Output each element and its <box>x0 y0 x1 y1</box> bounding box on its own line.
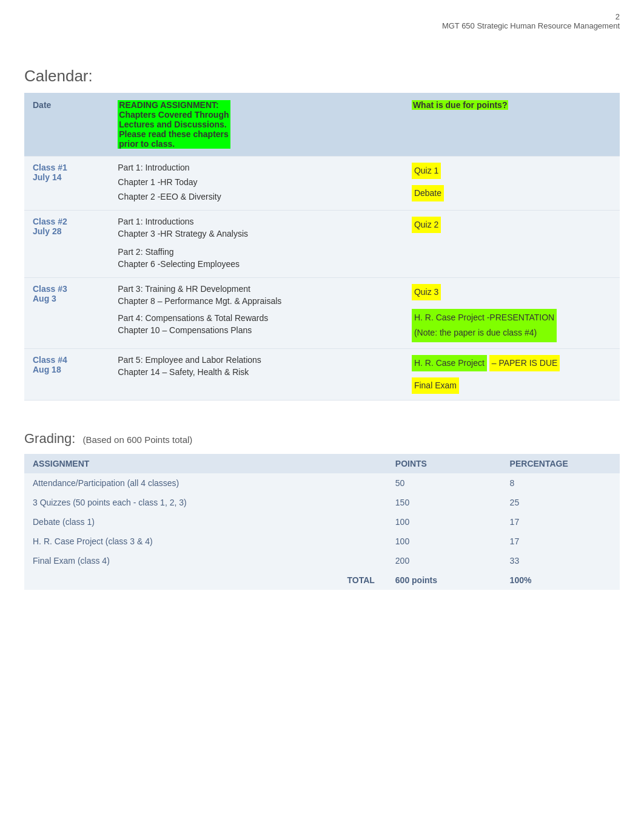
page-number: 2 <box>24 12 620 21</box>
grading-row-quizzes: 3 Quizzes (50 points each - class 1, 2, … <box>24 493 620 512</box>
due-column-header: What is due for points? <box>403 93 620 157</box>
class1-due: Quiz 1 Debate <box>403 157 620 211</box>
class2-due: Quiz 2 <box>403 211 620 278</box>
class1-date: Class #1July 14 <box>24 157 109 211</box>
assignment-header: ASSIGNMENT <box>24 454 387 473</box>
class2-date: Class #2July 28 <box>24 211 109 278</box>
class4-reading: Part 5: Employee and Labor Relations Cha… <box>109 348 403 400</box>
quizzes-assignment: 3 Quizzes (50 points each - class 1, 2, … <box>24 493 387 512</box>
grading-row-debate: Debate (class 1) 100 17 <box>24 512 620 532</box>
grading-row-finalexam: Final Exam (class 4) 200 33 <box>24 551 620 570</box>
debate-assignment: Debate (class 1) <box>24 512 387 532</box>
case-assignment: H. R. Case Project (class 3 & 4) <box>24 532 387 551</box>
case-project-badge: H. R. Case Project <box>412 355 487 371</box>
calendar-row-class2: Class #2July 28 Part 1: Introductions Ch… <box>24 211 620 278</box>
debate-points: 100 <box>387 512 501 532</box>
calendar-table: Date READING ASSIGNMENT: Chapters Covere… <box>24 93 620 401</box>
quiz2-badge: Quiz 2 <box>412 217 441 233</box>
grading-table: ASSIGNMENT POINTS PERCENTAGE Attendance/… <box>24 454 620 590</box>
calendar-row-class3: Class #3Aug 3 Part 3: Training & HR Deve… <box>24 278 620 349</box>
paper-due-badge: – PAPER IS DUE <box>489 355 560 371</box>
grading-row-attendance: Attendance/Participation (all 4 classes)… <box>24 473 620 493</box>
calendar-header-row: Date READING ASSIGNMENT: Chapters Covere… <box>24 93 620 157</box>
class2-reading: Part 1: Introductions Chapter 3 -HR Stra… <box>109 211 403 278</box>
grading-row-case: H. R. Case Project (class 3 & 4) 100 17 <box>24 532 620 551</box>
quiz3-badge: Quiz 3 <box>412 284 441 300</box>
percentage-header: PERCENTAGE <box>501 454 620 473</box>
finalexam-points: 200 <box>387 551 501 570</box>
calendar-row-class1: Class #1July 14 Part 1: Introduction Cha… <box>24 157 620 211</box>
final-exam-badge: Final Exam <box>412 377 459 394</box>
quizzes-points: 150 <box>387 493 501 512</box>
case-points: 100 <box>387 532 501 551</box>
class1-reading: Part 1: Introduction Chapter 1 -HR Today… <box>109 157 403 211</box>
class4-date: Class #4Aug 18 <box>24 348 109 400</box>
total-label: TOTAL <box>24 570 387 590</box>
grading-row-total: TOTAL 600 points 100% <box>24 570 620 590</box>
quiz1-badge: Quiz 1 <box>412 163 441 179</box>
attendance-assignment: Attendance/Participation (all 4 classes) <box>24 473 387 493</box>
finalexam-assignment: Final Exam (class 4) <box>24 551 387 570</box>
date-column-header: Date <box>24 93 109 157</box>
page-header: 2 MGT 650 Strategic Human Resource Manag… <box>24 12 620 30</box>
grading-header-row: ASSIGNMENT POINTS PERCENTAGE <box>24 454 620 473</box>
case-pct: 17 <box>501 532 620 551</box>
total-pct: 100% <box>501 570 620 590</box>
debate-badge: Debate <box>412 185 444 201</box>
attendance-pct: 8 <box>501 473 620 493</box>
reading-column-header: READING ASSIGNMENT: Chapters Covered Thr… <box>109 93 403 157</box>
attendance-points: 50 <box>387 473 501 493</box>
class3-reading: Part 3: Training & HR Development Chapte… <box>109 278 403 349</box>
total-points: 600 points <box>387 570 501 590</box>
debate-pct: 17 <box>501 512 620 532</box>
grading-title: Grading: <box>24 431 75 447</box>
grading-subtitle: (Based on 600 Points total) <box>82 434 192 445</box>
reading-header-text: READING ASSIGNMENT: Chapters Covered Thr… <box>118 100 230 149</box>
grading-header: Grading: (Based on 600 Points total) <box>24 431 620 447</box>
finalexam-pct: 33 <box>501 551 620 570</box>
presentation-badge: H. R. Case Project -PRESENTATION(Note: t… <box>412 309 557 342</box>
points-header: POINTS <box>387 454 501 473</box>
class4-due: H. R. Case Project – PAPER IS DUE Final … <box>403 348 620 400</box>
class3-due: Quiz 3 H. R. Case Project -PRESENTATION(… <box>403 278 620 349</box>
course-name: MGT 650 Strategic Human Resource Managem… <box>24 21 620 30</box>
calendar-title: Calendar: <box>24 67 620 86</box>
calendar-row-class4: Class #4Aug 18 Part 5: Employee and Labo… <box>24 348 620 400</box>
quizzes-pct: 25 <box>501 493 620 512</box>
class3-date: Class #3Aug 3 <box>24 278 109 349</box>
due-header-text: What is due for points? <box>412 100 509 110</box>
